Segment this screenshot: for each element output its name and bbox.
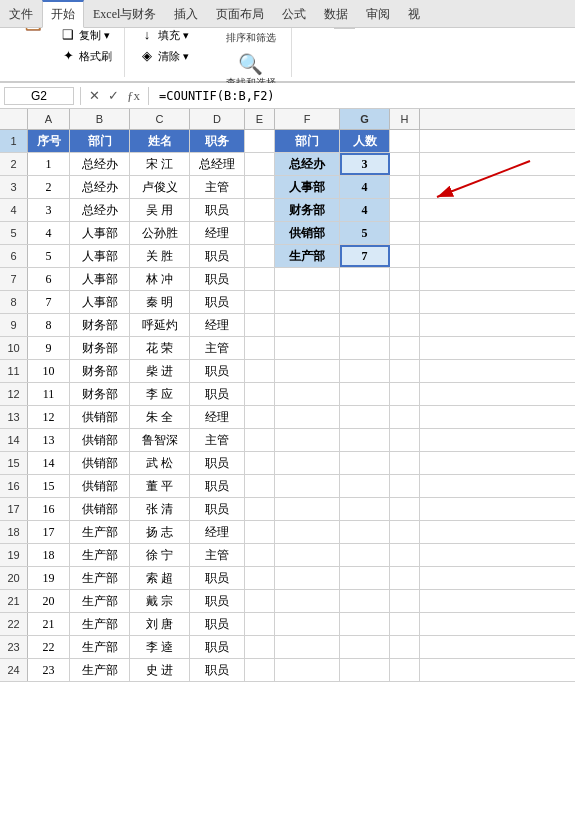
cell[interactable]: 职务 <box>190 130 245 152</box>
cell[interactable]: 职员 <box>190 498 245 520</box>
cell[interactable]: 职员 <box>190 613 245 635</box>
cell[interactable] <box>390 544 420 566</box>
cell[interactable] <box>245 199 275 221</box>
cell[interactable] <box>390 360 420 382</box>
cell[interactable] <box>245 360 275 382</box>
cell[interactable]: 供销部 <box>70 452 130 474</box>
cell[interactable] <box>340 383 390 405</box>
cell[interactable] <box>390 406 420 428</box>
cell[interactable] <box>245 268 275 290</box>
cell[interactable]: 18 <box>28 544 70 566</box>
cell[interactable] <box>245 383 275 405</box>
cell[interactable]: 职员 <box>190 567 245 589</box>
cell[interactable]: 史 进 <box>130 659 190 681</box>
cell[interactable]: 部门 <box>275 130 340 152</box>
cell[interactable]: 人数 <box>340 130 390 152</box>
cell[interactable] <box>390 659 420 681</box>
cell[interactable]: 6 <box>28 268 70 290</box>
cell[interactable] <box>340 567 390 589</box>
cell[interactable]: 人事部 <box>70 222 130 244</box>
cell[interactable] <box>340 337 390 359</box>
cell[interactable]: 供销部 <box>70 475 130 497</box>
cell[interactable]: 主管 <box>190 429 245 451</box>
cell[interactable] <box>390 429 420 451</box>
cell[interactable] <box>390 590 420 612</box>
cell[interactable]: 张 清 <box>130 498 190 520</box>
cell[interactable]: 柴 进 <box>130 360 190 382</box>
cell[interactable]: 吴 用 <box>130 199 190 221</box>
cell[interactable]: 财务部 <box>70 360 130 382</box>
cell[interactable]: 经理 <box>190 406 245 428</box>
cell[interactable] <box>390 452 420 474</box>
cell[interactable]: 4 <box>28 222 70 244</box>
cell[interactable]: 总经理 <box>190 153 245 175</box>
cell[interactable] <box>340 498 390 520</box>
cell[interactable] <box>245 613 275 635</box>
cell[interactable]: 14 <box>28 452 70 474</box>
cell[interactable] <box>340 291 390 313</box>
ribbon-tab-页面布局[interactable]: 页面布局 <box>207 0 273 28</box>
ribbon-tab-数据[interactable]: 数据 <box>315 0 357 28</box>
col-header-g[interactable]: G <box>340 109 390 129</box>
cell[interactable]: 2 <box>28 176 70 198</box>
cell[interactable] <box>340 406 390 428</box>
cell[interactable] <box>245 222 275 244</box>
cell[interactable] <box>245 429 275 451</box>
cell[interactable]: 总经办 <box>70 153 130 175</box>
cell[interactable]: 戴 宗 <box>130 590 190 612</box>
cell[interactable]: 生产部 <box>70 544 130 566</box>
cell[interactable] <box>245 544 275 566</box>
ribbon-tab-视[interactable]: 视 <box>399 0 429 28</box>
cell[interactable]: 经理 <box>190 222 245 244</box>
cell[interactable]: 经理 <box>190 521 245 543</box>
cell[interactable]: 职员 <box>190 590 245 612</box>
cell[interactable]: 5 <box>28 245 70 267</box>
confirm-formula-icon[interactable]: ✓ <box>106 88 121 104</box>
cell[interactable]: 人事部 <box>70 245 130 267</box>
cell[interactable]: 9 <box>28 337 70 359</box>
cell[interactable]: 7 <box>28 291 70 313</box>
cell[interactable]: 4 <box>340 176 390 198</box>
cell[interactable]: 人事部 <box>275 176 340 198</box>
cell[interactable]: 生产部 <box>70 636 130 658</box>
cell[interactable] <box>245 590 275 612</box>
cell[interactable] <box>245 245 275 267</box>
cell[interactable] <box>390 636 420 658</box>
cell[interactable]: 供销部 <box>275 222 340 244</box>
cell[interactable]: 11 <box>28 383 70 405</box>
cell[interactable] <box>245 406 275 428</box>
ribbon-tab-审阅[interactable]: 审阅 <box>357 0 399 28</box>
cell[interactable]: 财务部 <box>70 383 130 405</box>
cell[interactable]: 董 平 <box>130 475 190 497</box>
cell[interactable] <box>245 659 275 681</box>
cell[interactable]: 扬 志 <box>130 521 190 543</box>
cell[interactable]: 职员 <box>190 268 245 290</box>
cell[interactable] <box>245 130 275 152</box>
cell[interactable]: 经理 <box>190 314 245 336</box>
cell[interactable]: 总经办 <box>70 176 130 198</box>
cell[interactable] <box>275 659 340 681</box>
cell[interactable] <box>340 613 390 635</box>
cell[interactable] <box>390 314 420 336</box>
cell[interactable] <box>275 314 340 336</box>
ribbon-tab-插入[interactable]: 插入 <box>165 0 207 28</box>
format-painter-button[interactable]: ✦ 格式刷 <box>56 46 116 66</box>
cell[interactable] <box>275 268 340 290</box>
cell[interactable] <box>340 544 390 566</box>
cell[interactable] <box>275 360 340 382</box>
cell[interactable]: 3 <box>28 199 70 221</box>
cell[interactable]: 职员 <box>190 291 245 313</box>
cell[interactable]: 林 冲 <box>130 268 190 290</box>
cell[interactable]: 呼延灼 <box>130 314 190 336</box>
cell[interactable]: 4 <box>340 199 390 221</box>
cell[interactable] <box>390 613 420 635</box>
cell[interactable] <box>390 222 420 244</box>
cell[interactable]: 序号 <box>28 130 70 152</box>
cell[interactable]: 10 <box>28 360 70 382</box>
cell[interactable] <box>340 659 390 681</box>
cell[interactable]: 15 <box>28 475 70 497</box>
cancel-formula-icon[interactable]: ✕ <box>87 88 102 104</box>
ribbon-tab-文件[interactable]: 文件 <box>0 0 42 28</box>
cell[interactable] <box>275 521 340 543</box>
cell[interactable]: 1 <box>28 153 70 175</box>
